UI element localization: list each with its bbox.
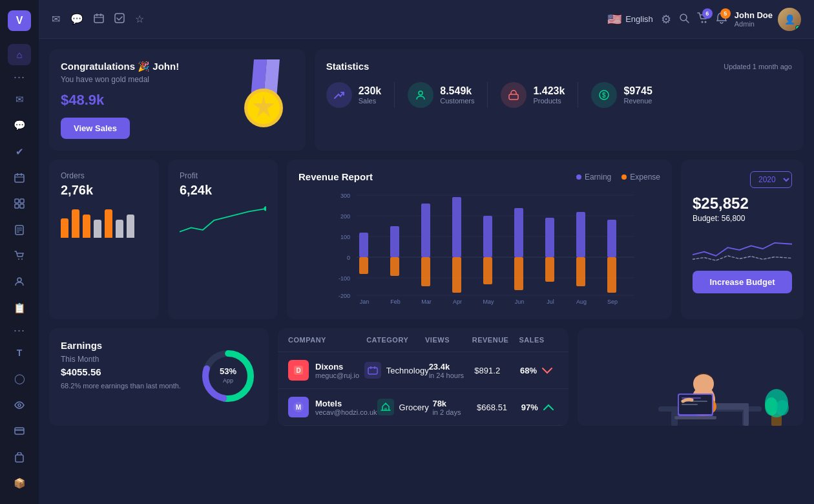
donut-chart: 53% App bbox=[199, 347, 257, 408]
orders-value: 2,76k bbox=[61, 183, 147, 198]
sidebar-dots-2: ··· bbox=[14, 324, 25, 337]
orders-card: Orders 2,76k bbox=[49, 160, 159, 319]
budget-amount: $25,852 bbox=[693, 194, 792, 213]
revenue-title: Revenue Report bbox=[298, 171, 373, 182]
stat-divider-3 bbox=[578, 82, 578, 108]
profit-chart bbox=[180, 205, 266, 238]
motels-category: Grocery bbox=[377, 399, 433, 415]
motels-views: 78k in 2 days bbox=[432, 399, 477, 416]
svg-text:0: 0 bbox=[347, 255, 350, 261]
svg-rect-60 bbox=[390, 226, 399, 257]
avatar[interactable]: 👤 bbox=[778, 8, 801, 31]
earning-dot bbox=[576, 174, 581, 180]
svg-point-37 bbox=[264, 206, 266, 211]
svg-rect-75 bbox=[576, 257, 585, 286]
revenue-chart: 300 200 100 0 -100 -200 Jan Feb Mar Apr bbox=[298, 189, 660, 305]
customers-icon bbox=[408, 82, 433, 108]
topbar-search-icon[interactable] bbox=[679, 13, 689, 26]
svg-text:Feb: Feb bbox=[390, 299, 401, 305]
sidebar-item-card[interactable] bbox=[8, 421, 31, 441]
svg-text:Jul: Jul bbox=[547, 299, 554, 305]
budget-label: Budget: 56,800 bbox=[693, 214, 792, 223]
sidebar-item-chat[interactable]: 💬 bbox=[8, 115, 31, 136]
svg-point-108 bbox=[776, 400, 789, 415]
motels-email: vecav@hodzi.co.uk bbox=[315, 408, 377, 416]
illustration-image bbox=[581, 342, 800, 426]
row-3: Earnings This Month $4055.56 68.2% more … bbox=[49, 328, 804, 426]
svg-rect-6 bbox=[15, 204, 19, 208]
language-selector[interactable]: 🇺🇸 English bbox=[607, 12, 653, 26]
profit-title: Profit bbox=[180, 171, 266, 180]
page-content: Congratulations 🎉 John! You have won gol… bbox=[39, 39, 814, 504]
year-select[interactable]: 2020 2021 bbox=[750, 171, 792, 188]
dixons-cat-icon bbox=[364, 362, 381, 379]
svg-rect-16 bbox=[15, 428, 24, 434]
svg-rect-69 bbox=[390, 257, 399, 276]
sidebar-item-home[interactable]: ⌂ bbox=[8, 44, 31, 65]
sidebar-item-eye[interactable] bbox=[8, 395, 31, 415]
topbar-check-icon[interactable] bbox=[114, 13, 125, 26]
customers-label: Customers bbox=[440, 97, 474, 105]
motels-sales: 97% bbox=[521, 403, 558, 412]
user-name: John Doe bbox=[735, 10, 773, 20]
svg-point-12 bbox=[18, 258, 19, 260]
view-sales-button[interactable]: View Sales bbox=[61, 118, 130, 139]
earnings-card: Earnings This Month $4055.56 68.2% more … bbox=[49, 328, 269, 426]
svg-text:Jan: Jan bbox=[360, 299, 370, 305]
dixons-category: Technology bbox=[364, 362, 429, 379]
sidebar-logo[interactable]: V bbox=[8, 10, 31, 31]
svg-line-25 bbox=[685, 19, 689, 23]
dixons-email: meguc@ruj.io bbox=[315, 372, 359, 379]
th-revenue: REVENUE bbox=[472, 336, 519, 344]
revenue-label: Revenue bbox=[623, 97, 652, 105]
sidebar-item-grid[interactable] bbox=[8, 193, 31, 214]
sidebar-item-box[interactable]: 📦 bbox=[8, 473, 31, 494]
sidebar-dots-1: ··· bbox=[14, 70, 25, 84]
sidebar-item-shape[interactable]: ◯ bbox=[8, 368, 31, 389]
topbar-chat-icon[interactable]: 💬 bbox=[70, 13, 83, 25]
company-motels: M Motels vecav@hodzi.co.uk bbox=[288, 397, 377, 417]
sidebar-item-cart[interactable] bbox=[8, 246, 31, 266]
svg-rect-63 bbox=[483, 216, 492, 257]
topbar-cart-icon[interactable]: 6 bbox=[697, 12, 709, 26]
profit-card: Profit 6,24k bbox=[168, 160, 278, 319]
topbar-settings-icon[interactable]: ⚙ bbox=[661, 12, 671, 26]
topbar-star-icon[interactable]: ☆ bbox=[135, 13, 144, 25]
svg-rect-95 bbox=[744, 403, 749, 426]
svg-point-14 bbox=[17, 278, 21, 282]
svg-point-26 bbox=[701, 21, 703, 23]
sidebar-item-bag[interactable] bbox=[8, 446, 31, 467]
th-company: COMPANY bbox=[288, 336, 366, 344]
topbar-notif-icon[interactable]: 5 bbox=[716, 12, 727, 26]
sidebar-item-check[interactable]: ✔ bbox=[8, 141, 31, 162]
sidebar-item-user[interactable] bbox=[8, 271, 31, 292]
svg-rect-64 bbox=[514, 208, 523, 257]
svg-rect-0 bbox=[15, 174, 24, 182]
sidebar-item-text[interactable]: T bbox=[8, 342, 31, 363]
svg-text:App: App bbox=[223, 377, 233, 384]
svg-text:300: 300 bbox=[340, 193, 350, 199]
svg-point-27 bbox=[704, 21, 706, 23]
user-role: Admin bbox=[735, 20, 773, 28]
stats-updated: Updated 1 month ago bbox=[724, 63, 792, 70]
svg-rect-7 bbox=[20, 204, 24, 208]
svg-text:May: May bbox=[483, 299, 494, 305]
svg-rect-66 bbox=[576, 212, 585, 257]
budget-card: 2020 2021 $25,852 Budget: 56,800 Increas… bbox=[681, 160, 804, 319]
svg-text:100: 100 bbox=[340, 234, 350, 240]
sidebar-item-doc[interactable]: 📋 bbox=[8, 298, 31, 319]
sidebar-item-file[interactable] bbox=[8, 220, 31, 240]
topbar-mail-icon[interactable]: ✉ bbox=[52, 13, 60, 25]
dixons-views: 23.4k in 24 hours bbox=[429, 362, 475, 379]
illustration-card bbox=[578, 328, 804, 426]
topbar-calendar-icon[interactable] bbox=[94, 13, 104, 26]
svg-rect-72 bbox=[483, 257, 492, 284]
bar-6 bbox=[116, 220, 123, 238]
svg-rect-103 bbox=[682, 404, 698, 405]
sidebar-item-mail[interactable]: ✉ bbox=[8, 89, 31, 110]
svg-text:200: 200 bbox=[340, 213, 350, 220]
increase-budget-button[interactable]: Increase Budget bbox=[693, 271, 792, 293]
products-icon bbox=[501, 82, 527, 108]
revenue-header: Revenue Report Earning Expense bbox=[298, 171, 660, 182]
sidebar-item-calendar[interactable] bbox=[8, 167, 31, 188]
